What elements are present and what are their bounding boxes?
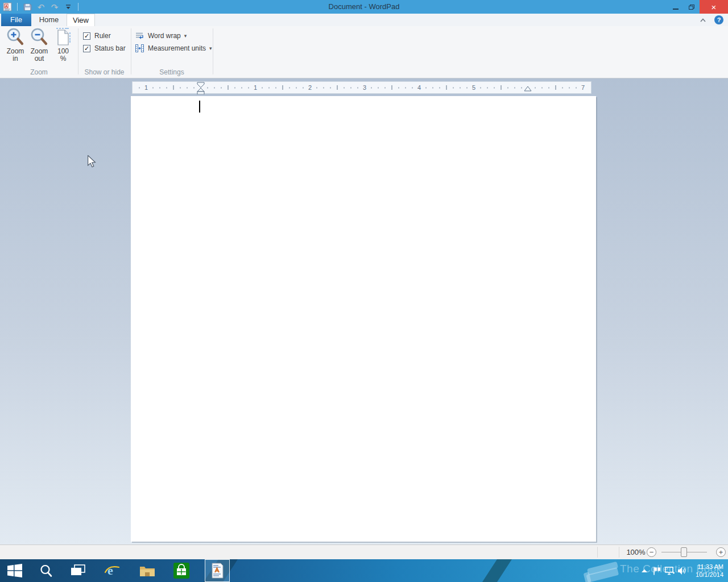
- ruler-checkbox-label: Ruler: [94, 32, 111, 40]
- zoom-in-button[interactable]: Zoom in: [2, 27, 28, 68]
- svg-text:1: 1: [254, 84, 257, 91]
- internet-explorer-icon: e: [104, 563, 120, 579]
- svg-text:7: 7: [581, 84, 585, 91]
- group-label-zoom: Zoom: [0, 68, 78, 76]
- zoom-out-button[interactable]: Zoom out: [26, 27, 52, 68]
- ruler-checkbox-row[interactable]: ✓ Ruler: [83, 31, 111, 40]
- tab-view[interactable]: View: [67, 14, 95, 26]
- measurement-units-menu-button[interactable]: Measurement units ▾: [135, 43, 212, 53]
- file-explorer-button[interactable]: [135, 559, 159, 582]
- internet-explorer-button[interactable]: e: [100, 559, 124, 582]
- show-hidden-icons-button[interactable]: [638, 559, 651, 582]
- zoom-100-button[interactable]: 100 %: [50, 27, 76, 68]
- close-button[interactable]: ×: [700, 0, 728, 14]
- status-bar-separator: [597, 547, 598, 558]
- group-label-settings: Settings: [131, 68, 213, 76]
- group-label-show-or-hide: Show or hide: [78, 68, 131, 76]
- status-bar-separator: [619, 547, 619, 558]
- status-bar: 100% − +: [0, 544, 728, 559]
- wallpaper-stripe: [482, 559, 512, 582]
- windows-logo-icon: [7, 564, 22, 577]
- network-monitor-icon: [665, 567, 675, 575]
- right-indent-marker[interactable]: [524, 86, 531, 91]
- flag-icon: [653, 567, 661, 575]
- status-bar-checkbox-label: Status bar: [94, 44, 126, 52]
- horizontal-ruler[interactable]: 1123457: [132, 81, 592, 94]
- zoom-100-icon: [54, 27, 72, 48]
- status-bar-checkbox[interactable]: ✓: [83, 45, 90, 52]
- zoom-in-label-line2: in: [13, 55, 18, 63]
- mouse-cursor: [87, 155, 96, 170]
- taskbar: The Collection Book: [0, 559, 728, 582]
- search-button[interactable]: [34, 559, 58, 582]
- ruler-ticks: 1123457: [133, 82, 591, 94]
- zoom-100-label-line2: %: [60, 55, 67, 63]
- store-icon: [173, 563, 189, 579]
- text-caret: [199, 101, 200, 113]
- chevron-down-icon: ▾: [209, 45, 212, 51]
- word-wrap-menu-button[interactable]: Word wrap ▾: [135, 31, 187, 41]
- help-button[interactable]: ?: [714, 15, 723, 24]
- status-bar-checkbox-row[interactable]: ✓ Status bar: [83, 44, 126, 53]
- group-separator: [78, 28, 78, 74]
- svg-text:2: 2: [308, 84, 312, 91]
- network-icon[interactable]: [663, 559, 676, 582]
- zoom-in-icon: [6, 27, 25, 48]
- zoom-slider-thumb[interactable]: [681, 547, 687, 557]
- checkmark-icon: ✓: [84, 33, 89, 39]
- document-workspace: 1123457: [0, 78, 728, 544]
- chevron-down-icon: ▾: [184, 33, 187, 39]
- watermark-book-icon: [582, 559, 624, 582]
- zoom-out-icon: [30, 27, 49, 48]
- svg-text:5: 5: [472, 84, 475, 91]
- svg-text:e: e: [107, 563, 113, 577]
- checkmark-icon: ✓: [84, 45, 89, 52]
- restore-icon: [689, 5, 694, 10]
- tab-file[interactable]: File: [1, 14, 31, 26]
- measurement-units-icon: [135, 44, 144, 53]
- zoom-percentage: 100%: [624, 545, 647, 560]
- help-icon: ?: [714, 15, 723, 24]
- left-indent-markers[interactable]: [197, 82, 204, 94]
- zoom-out-slider-button[interactable]: −: [647, 547, 656, 557]
- task-view-button[interactable]: [66, 559, 90, 582]
- plus-icon: +: [719, 548, 723, 556]
- svg-text:1: 1: [144, 84, 148, 91]
- ribbon-view-panel: Zoom in Zoom out 100 % Zoom: [0, 26, 728, 78]
- zoom-out-label-line2: out: [35, 55, 44, 63]
- wordpad-taskbar-button[interactable]: [205, 559, 230, 582]
- ribbon-tab-row: File Home View ?: [0, 14, 728, 26]
- minus-icon: −: [650, 548, 654, 556]
- measurement-units-label: Measurement units: [148, 44, 206, 52]
- close-icon: ×: [712, 2, 717, 12]
- chevron-up-icon: [700, 18, 706, 22]
- restore-button[interactable]: [684, 0, 700, 14]
- word-wrap-icon: [135, 31, 144, 40]
- volume-icon[interactable]: [676, 559, 688, 582]
- svg-text:3: 3: [363, 84, 366, 91]
- titlebar: ↶ ↷ Document - WordPad: [0, 0, 728, 14]
- ruler-checkbox[interactable]: ✓: [83, 32, 90, 40]
- store-button[interactable]: [169, 559, 193, 582]
- svg-text:4: 4: [417, 84, 421, 91]
- collapse-ribbon-button[interactable]: [698, 15, 708, 24]
- system-tray: 11:33 AM 10/1/2014: [638, 559, 728, 582]
- arrow-cursor-icon: [87, 155, 96, 168]
- taskbar-clock[interactable]: 11:33 AM 10/1/2014: [688, 563, 728, 579]
- wordpad-taskbar-icon: [210, 563, 224, 579]
- zoom-in-slider-button[interactable]: +: [716, 547, 726, 557]
- tab-home[interactable]: Home: [34, 14, 64, 26]
- start-button[interactable]: [3, 559, 26, 582]
- document-page[interactable]: [131, 96, 596, 542]
- chevron-up-icon: [642, 568, 647, 573]
- minimize-icon: [673, 9, 679, 10]
- window-controls: ×: [668, 0, 728, 14]
- group-separator: [131, 28, 131, 74]
- task-view-icon: [71, 564, 85, 577]
- minimize-button[interactable]: [668, 0, 684, 14]
- desktop: ↶ ↷ Document - WordPad: [0, 0, 728, 582]
- action-center-button[interactable]: [651, 559, 663, 582]
- clock-time: 11:33 AM: [688, 563, 723, 571]
- search-icon: [39, 564, 53, 577]
- file-explorer-icon: [139, 564, 155, 577]
